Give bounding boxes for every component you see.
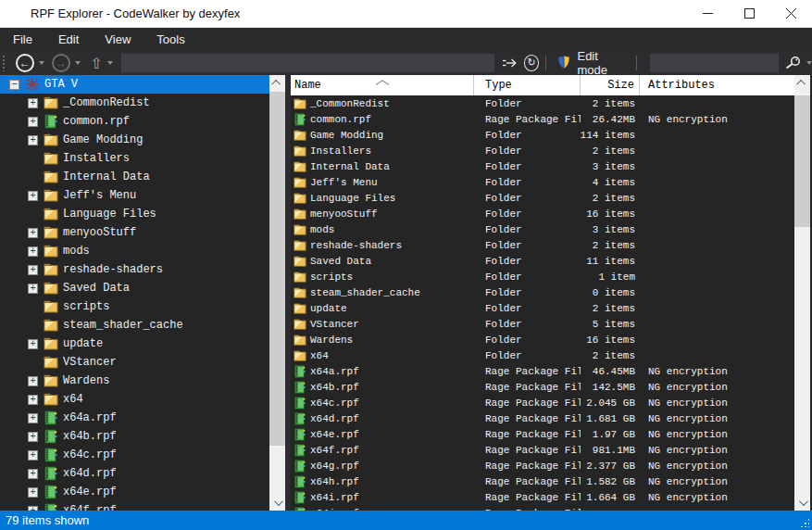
tree-item[interactable]: +mods bbox=[0, 242, 269, 260]
table-row[interactable]: Game ModdingFolder114 items bbox=[291, 127, 794, 143]
up-button[interactable]: ⇧ bbox=[90, 55, 104, 72]
tree-item[interactable]: −GTA V bbox=[0, 75, 269, 94]
tree-item[interactable]: +x64c.rpf bbox=[0, 446, 269, 464]
scroll-thumb[interactable] bbox=[269, 92, 285, 446]
tree-item[interactable]: +_CommonRedist bbox=[0, 94, 269, 112]
tree-item[interactable]: +menyooStuff bbox=[0, 223, 269, 242]
back-button[interactable]: ← bbox=[16, 54, 34, 72]
tree-item[interactable]: +x64f.rpf bbox=[0, 501, 269, 511]
toolbar-grip[interactable] bbox=[2, 55, 6, 71]
tree-item[interactable]: +Saved Data bbox=[0, 279, 269, 297]
tree-item[interactable]: +reshade-shaders bbox=[0, 260, 269, 279]
table-row[interactable]: _CommonRedistFolder2 items bbox=[291, 95, 794, 111]
up-dropdown-icon[interactable] bbox=[107, 61, 113, 65]
tree-item[interactable]: +common.rpf bbox=[0, 112, 269, 131]
tree-item[interactable]: Installers bbox=[0, 149, 269, 168]
table-row[interactable]: x64a.rpfRage Package File46.45MBNG encry… bbox=[291, 363, 794, 379]
table-row[interactable]: x64f.rpfRage Package File981.1MBNG encry… bbox=[291, 442, 794, 458]
resize-grip[interactable] bbox=[800, 518, 809, 527]
search-input[interactable] bbox=[650, 54, 779, 72]
expand-toggle[interactable]: + bbox=[28, 339, 38, 349]
table-row[interactable]: x64g.rpfRage Package File2.377 GBNG encr… bbox=[291, 458, 794, 473]
expand-toggle[interactable]: + bbox=[28, 246, 38, 257]
expand-toggle[interactable]: + bbox=[28, 376, 38, 386]
tree-item[interactable]: +x64a.rpf bbox=[0, 409, 269, 427]
table-row[interactable]: reshade-shadersFolder2 items bbox=[291, 237, 794, 253]
search-dropdown-icon[interactable] bbox=[806, 61, 812, 65]
table-row[interactable]: modsFolder3 items bbox=[291, 221, 794, 237]
table-row[interactable]: InstallersFolder2 items bbox=[291, 143, 794, 158]
table-row[interactable]: VStancerFolder5 items bbox=[291, 316, 794, 332]
table-row[interactable]: x64e.rpfRage Package File1.97 GBNG encry… bbox=[291, 426, 794, 442]
menu-tools[interactable]: Tools bbox=[144, 28, 197, 51]
table-row[interactable]: x64i.rpfRage Package File1.664 GBNG encr… bbox=[291, 489, 794, 505]
expand-toggle[interactable]: + bbox=[28, 117, 38, 127]
table-row[interactable]: updateFolder2 items bbox=[291, 300, 794, 316]
table-row[interactable]: x64d.rpfRage Package File1.681 GBNG encr… bbox=[291, 410, 794, 426]
tree-item[interactable]: +Wardens bbox=[0, 372, 269, 390]
table-row[interactable]: x64b.rpfRage Package File142.5MBNG encry… bbox=[291, 379, 794, 395]
table-row[interactable]: scriptsFolder1 item bbox=[291, 269, 794, 284]
table-row[interactable]: x64h.rpfRage Package File1.582 GBNG encr… bbox=[291, 473, 794, 489]
maximize-button[interactable] bbox=[729, 0, 770, 27]
scroll-up-button[interactable] bbox=[269, 75, 285, 91]
expand-toggle[interactable]: + bbox=[28, 135, 38, 145]
table-row[interactable]: steam_shader_cacheFolder0 items bbox=[291, 284, 794, 300]
expand-toggle[interactable]: + bbox=[28, 284, 38, 294]
expand-toggle[interactable]: + bbox=[28, 228, 38, 238]
tree-scrollbar[interactable] bbox=[269, 75, 285, 511]
table-row[interactable]: x64c.rpfRage Package File2.045 GBNG encr… bbox=[291, 395, 794, 410]
table-row[interactable]: Language FilesFolder2 items bbox=[291, 190, 794, 206]
tree-item[interactable]: Internal Data bbox=[0, 168, 269, 186]
column-header-size[interactable]: Size bbox=[581, 75, 640, 95]
forward-dropdown-icon[interactable] bbox=[75, 61, 81, 65]
tree-item[interactable]: Language Files bbox=[0, 205, 269, 223]
back-dropdown-icon[interactable] bbox=[39, 61, 44, 65]
expand-toggle[interactable]: + bbox=[28, 265, 38, 275]
tree-item[interactable]: +update bbox=[0, 334, 269, 353]
expand-toggle[interactable]: + bbox=[28, 395, 38, 405]
expand-toggle[interactable]: + bbox=[28, 432, 38, 442]
tree-item[interactable]: +x64b.rpf bbox=[0, 427, 269, 446]
expand-toggle[interactable]: + bbox=[28, 413, 38, 423]
tree-item[interactable]: VStancer bbox=[0, 353, 269, 372]
table-row[interactable]: Jeff's MenuFolder4 items bbox=[291, 174, 794, 190]
tree-item[interactable]: +x64e.rpf bbox=[0, 483, 269, 501]
edit-mode-button[interactable]: Edit mode bbox=[553, 47, 630, 79]
address-input[interactable] bbox=[121, 54, 493, 72]
table-row[interactable]: x64Folder2 items bbox=[291, 347, 794, 363]
minimize-button[interactable] bbox=[687, 0, 729, 27]
scroll-down-button[interactable] bbox=[794, 495, 810, 511]
tree-item[interactable]: +Jeff's Menu bbox=[0, 186, 269, 205]
scroll-down-button[interactable] bbox=[269, 495, 285, 511]
expand-toggle[interactable]: + bbox=[28, 487, 38, 498]
tree-item[interactable]: +x64d.rpf bbox=[0, 464, 269, 483]
menu-edit[interactable]: Edit bbox=[45, 28, 92, 51]
tree-item[interactable]: +Game Modding bbox=[0, 131, 269, 149]
scroll-thumb[interactable] bbox=[794, 95, 810, 227]
close-button[interactable] bbox=[770, 0, 812, 27]
go-arrow-icon[interactable] bbox=[502, 57, 518, 69]
column-header-type[interactable]: Type bbox=[474, 75, 581, 95]
menu-view[interactable]: View bbox=[92, 28, 144, 51]
expand-toggle[interactable]: + bbox=[28, 98, 38, 108]
expand-toggle[interactable]: + bbox=[28, 450, 38, 461]
search-icon[interactable] bbox=[784, 56, 802, 70]
column-header-attributes[interactable]: Attributes bbox=[640, 75, 794, 95]
menu-file[interactable]: File bbox=[0, 28, 45, 51]
collapse-toggle[interactable]: − bbox=[9, 80, 19, 90]
table-row[interactable]: Saved DataFolder11 items bbox=[291, 253, 794, 269]
table-row[interactable]: Internal DataFolder3 items bbox=[291, 158, 794, 174]
tree-item[interactable]: steam_shader_cache bbox=[0, 316, 269, 334]
forward-button[interactable]: → bbox=[52, 54, 70, 72]
table-row[interactable]: menyooStuffFolder16 items bbox=[291, 206, 794, 221]
refresh-icon[interactable]: ↻ bbox=[524, 55, 540, 71]
expand-toggle[interactable]: + bbox=[28, 469, 38, 479]
table-row[interactable]: WardensFolder16 items bbox=[291, 332, 794, 347]
expand-toggle[interactable]: + bbox=[28, 191, 38, 201]
tree-item[interactable]: +x64 bbox=[0, 390, 269, 409]
table-row[interactable]: common.rpfRage Package File26.42MBNG enc… bbox=[291, 111, 794, 127]
list-scrollbar[interactable] bbox=[794, 75, 810, 511]
scroll-up-button[interactable] bbox=[794, 75, 810, 91]
tree-item[interactable]: scripts bbox=[0, 297, 269, 316]
